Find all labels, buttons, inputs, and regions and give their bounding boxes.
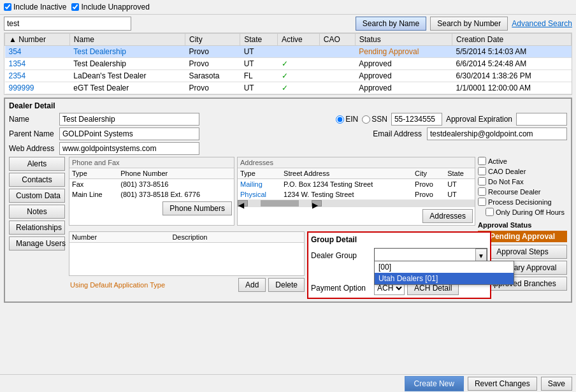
approval-steps-button[interactable]: Approval Steps xyxy=(478,245,567,259)
table-row[interactable]: Physical 1234 W. Testing Street Provo UT xyxy=(238,189,475,200)
active-checkbox[interactable] xyxy=(478,157,486,165)
table-row[interactable]: Fax (801) 373-8516 xyxy=(69,179,234,190)
alerts-button[interactable]: Alerts xyxy=(9,157,65,171)
scroll-thumb[interactable] xyxy=(261,200,299,207)
addresses-panel: Addresses Type Street Address City State xyxy=(237,157,475,226)
table-row[interactable]: 2354LaDean's Test DealerSarasotaFL✓Appro… xyxy=(5,70,572,82)
save-button[interactable]: Save xyxy=(541,377,572,391)
off-hours-checkbox-label[interactable]: Only During Off Hours xyxy=(478,208,567,216)
notes-button[interactable]: Notes xyxy=(9,205,65,219)
ssn-radio[interactable] xyxy=(362,115,370,124)
delete-app-type-button[interactable]: Delete xyxy=(268,278,305,292)
addresses-title: Addresses xyxy=(238,157,475,168)
cao-dealer-checkbox-label[interactable]: CAO Dealer xyxy=(478,167,567,175)
do-not-fax-checkbox[interactable] xyxy=(478,177,486,185)
col-state[interactable]: State xyxy=(240,34,278,46)
table-row[interactable]: 1354Test DealershipProvoUT✓Approved6/6/2… xyxy=(5,58,572,70)
phone-numbers-button[interactable]: Phone Numbers xyxy=(162,201,232,215)
include-unapproved-label: Include Unapproved xyxy=(81,3,149,11)
dropdown-item-utah[interactable]: Utah Dealers [01] xyxy=(375,273,514,284)
app-types-footer: Using Default Application Type Add Delet… xyxy=(69,276,305,294)
dropdown-item-00[interactable]: [00] xyxy=(375,261,514,273)
parent-name-input[interactable] xyxy=(59,127,199,140)
table-row[interactable]: 999999eGT Test DealerProvoUT✓Approved1/1… xyxy=(5,82,572,94)
name-input[interactable] xyxy=(59,113,199,126)
ein-radio-label[interactable]: EIN xyxy=(336,115,358,124)
include-inactive-checkbox-label[interactable]: Include Inactive xyxy=(4,3,66,11)
recourse-dealer-checkbox[interactable] xyxy=(478,187,486,196)
dealer-group-row: Group Detail xyxy=(311,235,487,246)
process-decisioning-checkbox[interactable] xyxy=(478,198,486,206)
ein-radio[interactable] xyxy=(336,115,344,124)
relationships-button[interactable]: Relationships xyxy=(9,221,65,235)
col-status[interactable]: Status xyxy=(355,34,452,46)
horizontal-scrollbar[interactable]: ◀ ▶ xyxy=(238,200,475,207)
group-detail-title: Group Detail xyxy=(311,235,487,244)
scroll-left-btn[interactable]: ◀ xyxy=(238,200,248,207)
search-row: Search by Name Search by Number Advanced… xyxy=(0,15,576,33)
addr-street: 1234 W. Testing Street xyxy=(281,189,412,200)
pending-approval-badge: Pending Approval xyxy=(478,231,567,242)
phone-number: (801) 373-8518 Ext. 6776 xyxy=(118,189,234,200)
addr-state: UT xyxy=(445,189,475,200)
ssn-radio-label[interactable]: SSN xyxy=(362,115,387,124)
create-new-button[interactable]: Create New xyxy=(405,376,464,391)
phone-numbers-btn-row: Phone Numbers xyxy=(69,200,234,217)
left-buttons-panel: Alerts Contacts Custom Data Notes Relati… xyxy=(9,157,66,299)
ein-ssn-group: EIN SSN Approval Expiration xyxy=(336,113,567,126)
include-unapproved-checkbox-label[interactable]: Include Unapproved xyxy=(71,3,149,11)
group-detail-section: Group Detail Dealer Group ▼ [00] xyxy=(307,231,491,299)
do-not-fax-checkbox-label[interactable]: Do Not Fax xyxy=(478,177,567,185)
approval-expiration-input[interactable] xyxy=(516,113,567,126)
process-decisioning-checkbox-label[interactable]: Process Decisioning xyxy=(478,198,567,206)
phone-address-row: Phone and Fax Type Phone Number Fax (801… xyxy=(69,157,475,228)
table-row[interactable]: Main Line (801) 373-8518 Ext. 6776 xyxy=(69,189,234,200)
contacts-button[interactable]: Contacts xyxy=(9,173,65,187)
custom-data-button[interactable]: Custom Data xyxy=(9,189,65,203)
include-inactive-checkbox[interactable] xyxy=(4,3,11,11)
search-by-number-button[interactable]: Search by Number xyxy=(430,17,508,31)
do-not-fax-label: Do Not Fax xyxy=(488,178,524,185)
col-name[interactable]: Name xyxy=(69,34,185,46)
process-decisioning-label: Process Decisioning xyxy=(488,198,552,206)
web-address-input[interactable] xyxy=(59,142,199,155)
advanced-search-link[interactable]: Advanced Search xyxy=(512,19,572,28)
col-cao[interactable]: CAO xyxy=(319,34,355,46)
top-bar: Include Inactive Include Unapproved xyxy=(0,0,576,15)
dealer-detail-title: Dealer Detail xyxy=(9,101,567,110)
search-by-name-button[interactable]: Search by Name xyxy=(356,17,426,31)
include-unapproved-checkbox[interactable] xyxy=(71,3,79,11)
manage-users-button[interactable]: Manage Users xyxy=(9,236,65,250)
email-input[interactable] xyxy=(427,127,567,140)
addresses-button[interactable]: Addresses xyxy=(422,209,473,223)
include-inactive-label: Include Inactive xyxy=(13,3,66,11)
active-checkbox-label[interactable]: Active xyxy=(478,157,567,165)
parent-name-row: Parent Name Email Address xyxy=(9,127,567,140)
col-number[interactable]: ▲ Number xyxy=(5,34,70,46)
col-city[interactable]: City xyxy=(185,34,240,46)
col-creation[interactable]: Creation Date xyxy=(452,34,572,46)
dealer-group-input[interactable] xyxy=(375,249,475,261)
revert-changes-button[interactable]: Revert Changes xyxy=(468,377,537,391)
search-input[interactable] xyxy=(4,17,131,31)
main-content-area: Alerts Contacts Custom Data Notes Relati… xyxy=(9,157,567,299)
addr-col-state: State xyxy=(445,168,475,179)
dealer-detail-section: Dealer Detail Name EIN SSN Approval Expi… xyxy=(4,98,572,303)
off-hours-checkbox[interactable] xyxy=(486,208,494,216)
table-row[interactable]: 354Test DealershipProvoUTPending Approva… xyxy=(5,46,572,58)
middle-panel: Phone and Fax Type Phone Number Fax (801… xyxy=(69,157,475,299)
addresses-btn-row: Addresses xyxy=(238,207,475,225)
ein-label: EIN xyxy=(345,115,358,124)
name-row: Name EIN SSN Approval Expiration xyxy=(9,113,567,126)
recourse-dealer-checkbox-label[interactable]: Recourse Dealer xyxy=(478,187,567,196)
add-app-type-button[interactable]: Add xyxy=(238,278,266,292)
phone-type: Main Line xyxy=(69,189,118,200)
table-row[interactable]: Mailing P.O. Box 1234 Testing Street Pro… xyxy=(238,179,475,190)
col-active[interactable]: Active xyxy=(278,34,320,46)
app-types-box: Number Description xyxy=(69,231,305,276)
cao-dealer-checkbox[interactable] xyxy=(478,167,486,175)
addr-city: Provo xyxy=(412,179,445,190)
ein-value-input[interactable] xyxy=(391,113,442,126)
scroll-right-btn[interactable]: ▶ xyxy=(312,200,322,207)
app-type-buttons: Add Delete xyxy=(238,278,305,292)
